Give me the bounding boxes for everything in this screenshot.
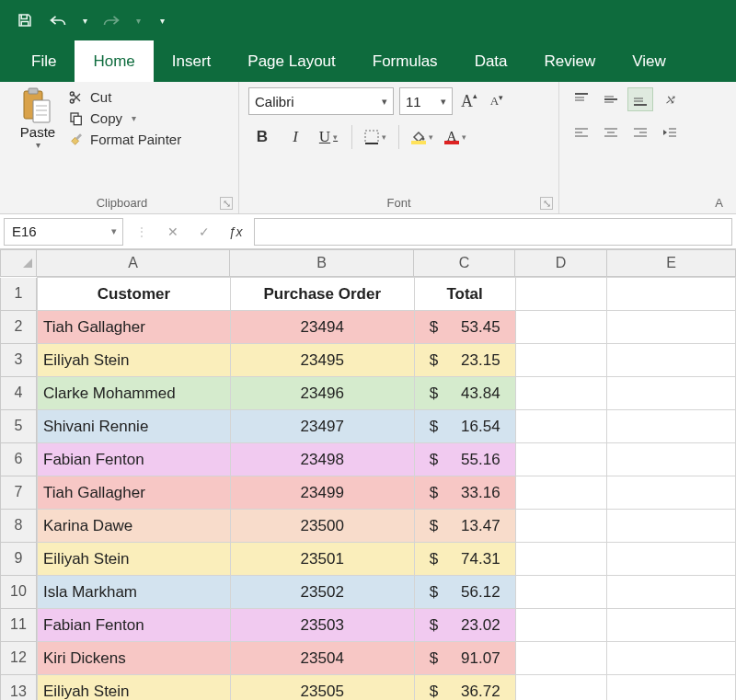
cell-total[interactable]: $55.16 bbox=[414, 443, 515, 476]
cell-customer[interactable]: Clarke Mohammed bbox=[38, 377, 231, 410]
row-header-11[interactable]: 11 bbox=[0, 609, 37, 642]
cell[interactable] bbox=[607, 675, 736, 701]
cell-customer[interactable]: Eiliyah Stein bbox=[38, 344, 231, 377]
decrease-font-button[interactable]: A▾ bbox=[486, 88, 508, 114]
tab-home[interactable]: Home bbox=[75, 40, 153, 82]
underline-button[interactable]: U bbox=[315, 124, 342, 150]
cell-total[interactable]: $33.16 bbox=[414, 476, 515, 510]
cell-po[interactable]: 23503 bbox=[230, 609, 414, 642]
paste-dropdown[interactable]: ▾ bbox=[36, 140, 40, 150]
cell[interactable] bbox=[607, 543, 736, 576]
row-header-13[interactable]: 13 bbox=[0, 675, 37, 701]
column-header-C[interactable]: C bbox=[414, 249, 515, 277]
header-po[interactable]: Purchase Order bbox=[230, 278, 414, 311]
cell-total[interactable]: $53.45 bbox=[414, 311, 515, 344]
cell[interactable] bbox=[515, 675, 607, 701]
column-header-B[interactable]: B bbox=[230, 249, 414, 277]
tab-insert[interactable]: Insert bbox=[154, 40, 230, 82]
cell-po[interactable]: 23501 bbox=[230, 543, 414, 576]
cell[interactable] bbox=[515, 642, 607, 675]
tab-view[interactable]: View bbox=[614, 40, 684, 82]
cell-customer[interactable]: Fabian Fenton bbox=[38, 609, 231, 642]
cell-total[interactable]: $23.02 bbox=[414, 609, 515, 642]
cell[interactable] bbox=[607, 278, 736, 311]
align-right-button[interactable] bbox=[627, 120, 653, 144]
cell[interactable] bbox=[607, 311, 736, 344]
copy-dropdown[interactable]: ▾ bbox=[132, 113, 136, 123]
row-header-5[interactable]: 5 bbox=[0, 410, 37, 443]
row-header-9[interactable]: 9 bbox=[0, 543, 37, 576]
cell[interactable] bbox=[515, 311, 607, 344]
cell-po[interactable]: 23505 bbox=[230, 675, 414, 701]
cell[interactable] bbox=[607, 576, 736, 609]
cell[interactable] bbox=[607, 443, 736, 476]
cell[interactable] bbox=[515, 278, 607, 311]
cell-customer[interactable]: Isla Markham bbox=[38, 576, 231, 609]
align-top-button[interactable] bbox=[569, 87, 594, 111]
cell[interactable] bbox=[607, 642, 736, 675]
align-left-button[interactable] bbox=[569, 120, 594, 144]
header-customer[interactable]: Customer bbox=[38, 278, 231, 311]
redo-button[interactable] bbox=[99, 8, 123, 32]
font-dialog-launcher[interactable]: ⤡ bbox=[540, 197, 553, 210]
chevron-down-icon[interactable]: ▾ bbox=[106, 225, 122, 237]
row-header-12[interactable]: 12 bbox=[0, 642, 37, 675]
copy-button[interactable]: Copy ▾ bbox=[68, 110, 181, 126]
cell-total[interactable]: $16.54 bbox=[414, 410, 515, 443]
row-header-3[interactable]: 3 bbox=[0, 344, 37, 377]
tab-file[interactable]: File bbox=[13, 40, 75, 82]
font-size-combo[interactable]: 11 ▾ bbox=[399, 87, 453, 115]
cell-customer[interactable]: Shivani Rennie bbox=[38, 410, 231, 443]
tab-review[interactable]: Review bbox=[526, 40, 615, 82]
bold-button[interactable]: B bbox=[248, 124, 276, 150]
border-button[interactable] bbox=[362, 124, 389, 150]
formula-input[interactable] bbox=[254, 218, 732, 246]
row-header-7[interactable]: 7 bbox=[0, 476, 37, 510]
cell[interactable] bbox=[515, 609, 607, 642]
cell[interactable] bbox=[607, 476, 736, 510]
tab-page-layout[interactable]: Page Layout bbox=[229, 40, 353, 82]
column-header-E[interactable]: E bbox=[607, 249, 736, 277]
orientation-button[interactable]: ⤭ bbox=[657, 87, 683, 111]
column-header-D[interactable]: D bbox=[515, 249, 607, 277]
cell-customer[interactable]: Tiah Gallagher bbox=[38, 311, 231, 344]
chevron-down-icon[interactable]: ▾ bbox=[376, 96, 393, 108]
align-bottom-button[interactable] bbox=[627, 87, 653, 111]
cell[interactable] bbox=[515, 576, 607, 609]
save-button[interactable] bbox=[13, 8, 37, 32]
tab-formulas[interactable]: Formulas bbox=[354, 40, 456, 82]
cell-total[interactable]: $91.07 bbox=[414, 642, 515, 675]
cell-customer[interactable]: Kiri Dickens bbox=[38, 642, 231, 675]
decrease-indent-button[interactable] bbox=[657, 120, 683, 144]
insert-function-button[interactable]: ƒx bbox=[223, 219, 248, 245]
cell-po[interactable]: 23504 bbox=[230, 642, 414, 675]
cell-po[interactable]: 23495 bbox=[230, 344, 414, 377]
cell-total[interactable]: $13.47 bbox=[414, 510, 515, 543]
undo-dropdown[interactable]: ▾ bbox=[79, 16, 90, 26]
row-header-10[interactable]: 10 bbox=[0, 576, 37, 609]
select-all-button[interactable] bbox=[0, 249, 37, 277]
cell-total[interactable]: $43.84 bbox=[414, 377, 515, 410]
cell-customer[interactable]: Fabian Fenton bbox=[38, 443, 231, 476]
cell-total[interactable]: $56.12 bbox=[414, 576, 515, 609]
cell[interactable] bbox=[515, 410, 607, 443]
header-total[interactable]: Total bbox=[414, 278, 515, 311]
cell[interactable] bbox=[607, 344, 736, 377]
cell-customer[interactable]: Karina Dawe bbox=[38, 510, 231, 543]
cell[interactable] bbox=[515, 476, 607, 510]
cell-customer[interactable]: Eiliyah Stein bbox=[38, 675, 231, 701]
cell-po[interactable]: 23497 bbox=[230, 410, 414, 443]
cut-button[interactable]: Cut bbox=[68, 89, 181, 105]
row-header-2[interactable]: 2 bbox=[0, 311, 37, 344]
redo-dropdown[interactable]: ▾ bbox=[132, 16, 144, 26]
name-box[interactable]: E16 ▾ bbox=[4, 218, 123, 246]
cell[interactable] bbox=[515, 543, 607, 576]
format-painter-button[interactable]: Format Painter bbox=[68, 132, 181, 147]
row-header-1[interactable]: 1 bbox=[0, 278, 37, 311]
increase-font-button[interactable]: A▴ bbox=[458, 88, 480, 114]
font-color-button[interactable]: A bbox=[442, 124, 469, 150]
cell-po[interactable]: 23496 bbox=[230, 377, 414, 410]
clipboard-dialog-launcher[interactable]: ⤡ bbox=[220, 197, 233, 210]
cell-po[interactable]: 23502 bbox=[230, 576, 414, 609]
cell-customer[interactable]: Tiah Gallagher bbox=[38, 476, 231, 510]
